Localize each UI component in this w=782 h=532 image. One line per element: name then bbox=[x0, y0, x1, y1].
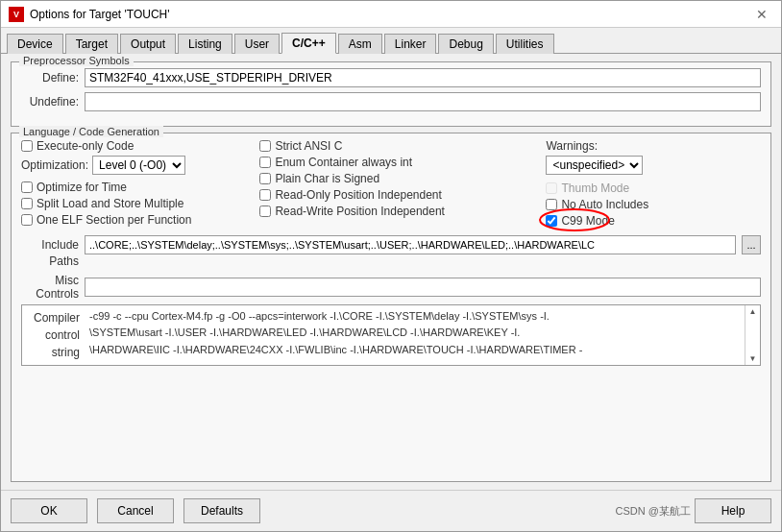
optimize-time-checkbox[interactable] bbox=[21, 181, 33, 193]
define-row: Define: bbox=[21, 68, 761, 87]
enum-container-checkbox[interactable] bbox=[259, 157, 271, 168]
thumb-mode-row: Thumb Mode bbox=[546, 181, 761, 195]
close-button[interactable]: ✕ bbox=[750, 5, 773, 24]
readwrite-pos-label: Read-Write Position Independent bbox=[275, 205, 445, 218]
warnings-section: Warnings: <unspecified> All Warnings bbox=[546, 139, 761, 175]
one-elf-label: One ELF Section per Function bbox=[37, 213, 191, 227]
compiler-line3: \HARDWARE\IIC -I.\HARDWARE\24CXX -I.\FWL… bbox=[89, 342, 739, 359]
split-load-label: Split Load and Store Multiple bbox=[37, 197, 183, 210]
c99-mode-row: C99 Mode bbox=[546, 214, 761, 228]
title-left: V Options for Target 'TOUCH' bbox=[9, 7, 170, 22]
title-bar: V Options for Target 'TOUCH' ✕ bbox=[1, 1, 781, 28]
c99-mode-checkbox[interactable] bbox=[546, 215, 557, 227]
split-load-row: Split Load and Store Multiple bbox=[21, 197, 259, 210]
tab-debug[interactable]: Debug bbox=[438, 34, 493, 54]
lang-col-3: Warnings: <unspecified> All Warnings Thu… bbox=[546, 139, 761, 228]
preprocessor-group: Preprocessor Symbols Define: Undefine: bbox=[11, 61, 771, 127]
thumb-mode-label: Thumb Mode bbox=[561, 181, 629, 195]
language-section: Execute-only Code Optimization: Level 0 … bbox=[21, 139, 761, 228]
language-group-label: Language / Code Generation bbox=[19, 126, 163, 137]
readonly-pos-row: Read-Only Position Independent bbox=[259, 188, 546, 202]
readwrite-pos-row: Read-Write Position Independent bbox=[259, 205, 546, 218]
tab-device[interactable]: Device bbox=[7, 34, 63, 54]
optimization-label: Optimization: bbox=[21, 158, 88, 172]
warnings-select[interactable]: <unspecified> All Warnings bbox=[546, 156, 643, 175]
ok-button[interactable]: OK bbox=[11, 498, 87, 523]
include-input[interactable] bbox=[85, 235, 736, 254]
language-group: Language / Code Generation Execute-only … bbox=[11, 133, 771, 482]
plain-char-row: Plain Char is Signed bbox=[259, 172, 546, 185]
misc-label: MiscControls bbox=[21, 274, 79, 301]
watermark: CSDN @某航工 bbox=[616, 504, 691, 519]
optimization-row: Optimization: Level 0 (-O0) Level 1 (-O1… bbox=[21, 156, 259, 175]
lang-col-2: Strict ANSI C Enum Container always int … bbox=[259, 139, 546, 228]
scroll-up-arrow[interactable]: ▲ bbox=[749, 307, 757, 316]
no-auto-label: No Auto Includes bbox=[561, 198, 648, 211]
misc-controls-row: MiscControls bbox=[21, 274, 761, 301]
enum-container-label: Enum Container always int bbox=[275, 156, 412, 169]
tab-utilities[interactable]: Utilities bbox=[496, 34, 554, 54]
include-paths-row: IncludePaths ... bbox=[21, 235, 761, 270]
main-window: V Options for Target 'TOUCH' ✕ Device Ta… bbox=[0, 0, 782, 532]
one-elf-checkbox[interactable] bbox=[21, 214, 33, 226]
split-load-checkbox[interactable] bbox=[21, 198, 33, 209]
strict-ansi-label: Strict ANSI C bbox=[275, 139, 342, 153]
define-label: Define: bbox=[21, 71, 79, 85]
strict-ansi-checkbox[interactable] bbox=[259, 140, 271, 152]
compiler-line2: \SYSTEM\usart -I.\USER -I.\HARDWARE\LED … bbox=[89, 325, 739, 342]
cancel-button[interactable]: Cancel bbox=[97, 498, 174, 523]
undefine-input[interactable] bbox=[85, 92, 761, 111]
help-button[interactable]: Help bbox=[695, 498, 771, 523]
tab-linker[interactable]: Linker bbox=[384, 34, 437, 54]
enum-container-row: Enum Container always int bbox=[259, 156, 546, 169]
tab-asm[interactable]: Asm bbox=[338, 34, 382, 54]
optimize-time-row: Optimize for Time bbox=[21, 181, 259, 194]
plain-char-checkbox[interactable] bbox=[259, 173, 271, 184]
include-label: IncludePaths bbox=[21, 235, 79, 270]
no-auto-row: No Auto Includes bbox=[546, 198, 761, 211]
no-auto-checkbox[interactable] bbox=[546, 199, 557, 210]
define-input[interactable] bbox=[85, 68, 761, 87]
lang-col-1: Execute-only Code Optimization: Level 0 … bbox=[21, 139, 259, 228]
compiler-label: Compilercontrolstring bbox=[22, 305, 84, 361]
execute-only-label: Execute-only Code bbox=[37, 139, 134, 153]
misc-input[interactable] bbox=[85, 278, 761, 297]
readonly-pos-label: Read-Only Position Independent bbox=[275, 188, 441, 202]
one-elf-row: One ELF Section per Function bbox=[21, 213, 259, 227]
footer: OK Cancel Defaults CSDN @某航工 Help bbox=[1, 490, 781, 531]
execute-only-checkbox[interactable] bbox=[21, 140, 33, 152]
c99-mode-label: C99 Mode bbox=[561, 214, 614, 228]
window-title: Options for Target 'TOUCH' bbox=[30, 8, 170, 21]
compiler-text: -c99 -c --cpu Cortex-M4.fp -g -O0 --apcs… bbox=[89, 305, 739, 362]
preprocessor-group-label: Preprocessor Symbols bbox=[19, 55, 134, 66]
app-icon: V bbox=[9, 7, 24, 22]
tab-user[interactable]: User bbox=[234, 34, 280, 54]
execute-only-row: Execute-only Code bbox=[21, 139, 259, 153]
compiler-line1: -c99 -c --cpu Cortex-M4.fp -g -O0 --apcs… bbox=[89, 308, 739, 326]
readwrite-pos-checkbox[interactable] bbox=[259, 206, 271, 217]
undefine-label: Undefine: bbox=[21, 95, 79, 109]
optimization-select[interactable]: Level 0 (-O0) Level 1 (-O1) Level 2 (-O2… bbox=[92, 156, 185, 175]
strict-ansi-row: Strict ANSI C bbox=[259, 139, 546, 153]
undefine-row: Undefine: bbox=[21, 92, 761, 111]
browse-button[interactable]: ... bbox=[742, 235, 761, 254]
warnings-label: Warnings: bbox=[546, 139, 761, 153]
warnings-select-row: <unspecified> All Warnings bbox=[546, 156, 761, 175]
footer-right: CSDN @某航工 Help bbox=[616, 498, 771, 523]
compiler-scrollbar: ▲ ▼ bbox=[745, 305, 760, 365]
scroll-down-arrow[interactable]: ▼ bbox=[749, 354, 757, 363]
tab-target[interactable]: Target bbox=[65, 34, 118, 54]
tab-output[interactable]: Output bbox=[120, 34, 176, 54]
plain-char-label: Plain Char is Signed bbox=[275, 172, 379, 185]
readonly-pos-checkbox[interactable] bbox=[259, 189, 271, 201]
tab-cpp[interactable]: C/C++ bbox=[281, 33, 336, 54]
thumb-mode-checkbox[interactable] bbox=[546, 182, 557, 194]
tabs-bar: Device Target Output Listing User C/C++ … bbox=[1, 28, 781, 54]
compiler-section: Compilercontrolstring -c99 -c --cpu Cort… bbox=[21, 304, 761, 366]
defaults-button[interactable]: Defaults bbox=[183, 498, 260, 523]
tab-listing[interactable]: Listing bbox=[178, 34, 232, 54]
main-content: Preprocessor Symbols Define: Undefine: L… bbox=[1, 54, 781, 490]
optimize-time-label: Optimize for Time bbox=[37, 181, 127, 194]
